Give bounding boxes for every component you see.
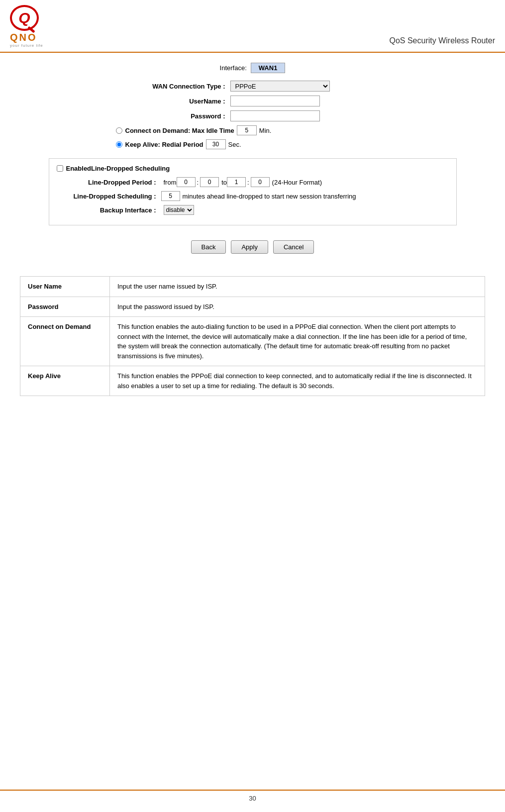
table-row: Keep Alive This function enables the PPP… [20,366,485,396]
password-label: Password : [116,112,225,120]
ld-to-label: to [221,179,227,186]
keep-alive-unit: Sec. [228,141,241,148]
ld-scheduling-label: Line-Dropped Scheduling : [57,193,156,200]
ld-scheduling-row: Line-Dropped Scheduling : minutes ahead … [57,191,449,201]
term-cell: Password [20,297,110,317]
apply-button[interactable]: Apply [231,240,268,254]
logo-area: Q QNO your future life [10,5,43,48]
line-dropped-checkbox[interactable] [57,165,63,172]
redial-period-input[interactable] [206,139,226,149]
password-row: Password : [116,110,390,121]
q-circle-icon: Q [10,5,39,31]
wan-connection-select[interactable]: PPPoE DHCP Static IP [230,81,330,92]
table-row: Connect on Demand This function enables … [20,317,485,366]
desc-cell: Input the password issued by ISP. [110,297,485,317]
desc-cell: This function enables the auto-dialing f… [110,317,485,366]
connect-on-demand-row: Connect on Demand: Max Idle Time Min. [116,125,390,135]
q-letter: Q [18,10,30,25]
ld-backup-label: Backup Interface : [57,206,156,214]
qno-brand-text: QNO [10,32,37,43]
interface-row: Interface: WAN1 [220,63,286,73]
ld-from-hour-input[interactable] [177,177,196,187]
max-idle-time-input[interactable] [237,125,257,135]
wan-connection-label: WAN Connection Type : [116,83,225,90]
line-dropped-title: EnabledLine-Dropped Scheduling [66,165,170,172]
ld-period-label: Line-Dropped Period : [57,179,156,186]
qno-logo: Q QNO your future life [10,5,43,48]
connect-on-demand-unit: Min. [259,127,272,134]
connect-on-demand-radio[interactable] [116,127,122,134]
ld-title-row: EnabledLine-Dropped Scheduling [57,165,449,172]
wan-connection-row: WAN Connection Type : PPPoE DHCP Static … [116,81,390,92]
ld-backup-row: Backup Interface : disable WAN2 [57,205,449,215]
form-section: Interface: WAN1 WAN Connection Type : PP… [20,63,485,266]
ld-to-min-input[interactable] [251,177,270,187]
line-dropped-box: EnabledLine-Dropped Scheduling Line-Drop… [49,158,457,225]
term-cell: User Name [20,277,110,297]
page-number: 30 [249,795,256,802]
ld-backup-select[interactable]: disable WAN2 [164,205,194,215]
connect-on-demand-label: Connect on Demand: Max Idle Time [125,127,234,134]
main-content: Interface: WAN1 WAN Connection Type : PP… [0,53,505,406]
ld-from-label: from [164,179,177,186]
ld-from-min-input[interactable] [200,177,219,187]
desc-cell: Input the user name issued by ISP. [110,277,485,297]
ld-sep2: : [247,179,249,186]
keep-alive-label: Keep Alive: Redial Period [125,141,203,148]
buttons-row: Back Apply Cancel [191,240,314,254]
cancel-button[interactable]: Cancel [273,240,314,254]
ld-sep1: : [197,179,199,186]
ld-period-row: Line-Dropped Period : from : to : (24-Ho… [57,177,449,187]
header: Q QNO your future life QoS Security Wire… [0,0,505,53]
keep-alive-radio[interactable] [116,141,122,148]
term-cell: Keep Alive [20,366,110,396]
ld-format-label: (24-Hour Format) [272,179,322,186]
term-cell: Connect on Demand [20,317,110,366]
description-table: User Name Input the user name issued by … [20,276,485,396]
ld-scheduling-value-input[interactable] [161,191,180,201]
username-label: UserName : [116,98,225,105]
ld-to-hour-input[interactable] [227,177,246,187]
interface-value: WAN1 [251,63,286,73]
qno-tagline: your future life [10,43,43,48]
interface-label: Interface: [220,64,247,72]
page-title: QoS Security Wireless Router [389,36,495,48]
password-input[interactable] [230,110,320,121]
username-row: UserName : [116,96,390,106]
footer: 30 [0,790,505,802]
keep-alive-row: Keep Alive: Redial Period Sec. [116,139,390,149]
table-row: Password Input the password issued by IS… [20,297,485,317]
back-button[interactable]: Back [191,240,226,254]
ld-scheduling-text: minutes ahead line-dropped to start new … [183,193,356,200]
table-row: User Name Input the user name issued by … [20,277,485,297]
username-input[interactable] [230,96,320,106]
desc-cell: This function enables the PPPoE dial con… [110,366,485,396]
